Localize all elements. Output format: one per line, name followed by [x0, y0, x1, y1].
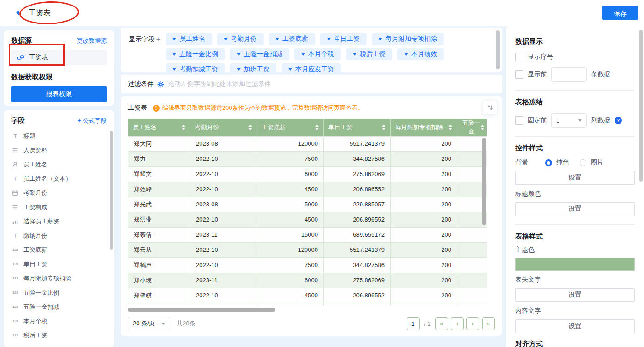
- image-radio[interactable]: [580, 159, 586, 166]
- field-item[interactable]: T员工姓名（文本）: [11, 171, 107, 186]
- column-header[interactable]: 单日工资: [324, 119, 391, 136]
- report-permission-button[interactable]: 报表权限: [11, 86, 107, 102]
- table-row[interactable]: 郑力2022-107500344.827586200: [128, 151, 487, 166]
- page-title: 工资表: [29, 8, 51, 18]
- table-row[interactable]: 郑洪业2022-104500206.896552200: [128, 212, 487, 227]
- add-display-field-icon[interactable]: +: [156, 35, 160, 43]
- column-header[interactable]: 工资底薪: [257, 119, 324, 136]
- title-color-set-button[interactable]: 设置: [515, 202, 635, 216]
- field-item[interactable]: 123每月附加专项扣除: [11, 271, 107, 285]
- table-card: 工资表 ! 编辑界面只取数据源前200条作为查询数据预览，完整数据请访问页面查看…: [121, 96, 502, 336]
- field-item[interactable]: 考勤月份: [11, 186, 107, 200]
- back-icon[interactable]: [15, 9, 20, 18]
- field-item[interactable]: 123税后工资: [11, 328, 107, 342]
- table-row[interactable]: 郑鹤声2022-107500344.827586200: [128, 257, 487, 273]
- change-datasource-link[interactable]: 更改数据源: [77, 37, 107, 45]
- table-row[interactable]: 郑大同2023-081200005517.241379200: [128, 136, 487, 151]
- display-field-chip[interactable]: 本月个税: [294, 48, 341, 60]
- freeze-checkbox[interactable]: [515, 116, 523, 125]
- theme-color-swatch[interactable]: [515, 258, 635, 271]
- field-item[interactable]: 123工资底薪: [11, 243, 107, 257]
- column-header[interactable]: 每月附加专项扣除: [391, 119, 457, 136]
- chart-icon: [11, 218, 19, 225]
- chevron-down-icon: [578, 119, 582, 122]
- display-field-chip[interactable]: 考勤月份: [217, 33, 264, 45]
- cols-suffix-label: 列数据: [591, 116, 610, 125]
- field-item[interactable]: 123五险一金扣减: [11, 300, 107, 314]
- display-field-chip[interactable]: 每月附加专项扣除: [372, 33, 444, 45]
- chevron-down-icon: [237, 68, 241, 71]
- column-sort-icon[interactable]: [382, 125, 385, 130]
- display-field-chip[interactable]: 本月绩效: [397, 48, 444, 60]
- background-set-button[interactable]: 设置: [515, 171, 635, 185]
- table-row[interactable]: 郑光武2023-085000229.885057200: [128, 197, 487, 212]
- display-field-chip[interactable]: 员工姓名: [166, 33, 212, 45]
- field-item[interactable]: 员工姓名: [11, 157, 107, 171]
- table-horizontal-scrollbar[interactable]: [128, 308, 275, 312]
- display-field-chip[interactable]: 五险一金扣减: [230, 48, 289, 60]
- add-formula-field-link[interactable]: + 公式字段: [78, 117, 107, 125]
- table-row[interactable]: 郑效峰2022-104500206.896552200: [128, 182, 487, 197]
- rows-limit-input[interactable]: [551, 67, 587, 82]
- permission-heading: 数据获取权限: [11, 73, 107, 81]
- column-header[interactable]: 员工姓名: [128, 119, 190, 136]
- field-item[interactable]: 123本月个税: [11, 314, 107, 328]
- display-field-chip[interactable]: 考勤扣减工资: [166, 63, 225, 75]
- chevron-down-icon: [301, 53, 305, 56]
- column-sort-icon[interactable]: [448, 125, 452, 130]
- background-label: 背景: [515, 159, 541, 167]
- field-item[interactable]: 选择员工薪资: [11, 214, 107, 228]
- save-button[interactable]: 保存: [602, 6, 638, 20]
- solid-color-radio[interactable]: [545, 159, 552, 166]
- table-row[interactable]: 郑肇骐2022-104500206.896552200: [128, 288, 487, 303]
- datasource-item[interactable]: 工资表: [11, 50, 107, 65]
- page-size-select[interactable]: 20 条/页: [128, 317, 170, 330]
- field-item[interactable]: 工资构成: [11, 200, 107, 214]
- panel-scrollbar[interactable]: [639, 30, 643, 182]
- show-index-checkbox[interactable]: [515, 53, 523, 61]
- page-first-button[interactable]: «: [435, 317, 448, 330]
- field-item[interactable]: 123五险一金比例: [11, 285, 107, 300]
- content-text-set-button[interactable]: 设置: [515, 319, 635, 333]
- column-sort-icon[interactable]: [182, 125, 185, 130]
- column-sort-icon[interactable]: [315, 125, 319, 130]
- column-header[interactable]: 五险一金: [457, 119, 487, 136]
- page-number-input[interactable]: 1: [407, 317, 420, 330]
- field-item[interactable]: T缴纳月份: [11, 228, 107, 243]
- gear-icon[interactable]: [157, 81, 164, 88]
- column-sort-icon[interactable]: [248, 125, 252, 130]
- header-text-set-button[interactable]: 设置: [515, 288, 635, 302]
- page-last-button[interactable]: »: [482, 317, 495, 330]
- display-field-chip[interactable]: 工资底薪: [269, 33, 315, 45]
- chevron-down-icon: [276, 38, 279, 40]
- table-row[interactable]: 郑耀文2022-106000275.862069200: [128, 166, 487, 182]
- display-field-chip[interactable]: 本月应发工资: [282, 63, 341, 75]
- freeze-cols-select[interactable]: 1: [551, 113, 587, 128]
- table-row[interactable]: 郑云从2022-101200005517.241379200: [128, 242, 487, 257]
- sort-order-button[interactable]: [483, 101, 497, 114]
- page-next-button[interactable]: ›: [466, 317, 479, 330]
- person-icon: [11, 161, 19, 168]
- chips-scrollbar[interactable]: [496, 30, 500, 69]
- column-sort-icon[interactable]: [481, 125, 484, 130]
- field-item[interactable]: 123单日工资: [11, 257, 107, 271]
- display-field-chip[interactable]: 加班工资: [230, 63, 276, 75]
- table-vertical-scrollbar[interactable]: [482, 138, 486, 225]
- show-first-checkbox[interactable]: [515, 70, 523, 79]
- table-row-partial: [128, 303, 487, 306]
- filter-label: 过滤条件: [128, 80, 154, 88]
- field-item[interactable]: T标题: [11, 129, 107, 143]
- field-item[interactable]: 人员资料: [11, 143, 107, 157]
- page-prev-button[interactable]: ‹: [451, 317, 464, 330]
- filter-dropzone-placeholder[interactable]: 拖动左侧字段到此处来添加过滤条件: [168, 80, 271, 88]
- content-text-label: 内容文字: [515, 307, 635, 315]
- fields-scrollbar[interactable]: [110, 131, 113, 250]
- help-icon[interactable]: ?: [615, 117, 622, 124]
- display-field-chip[interactable]: 单日工资: [320, 33, 367, 45]
- display-field-chip[interactable]: 五险一金比例: [166, 48, 225, 60]
- display-field-chip[interactable]: 税后工资: [346, 48, 392, 60]
- chevron-down-icon: [161, 323, 165, 325]
- column-header[interactable]: 考勤月份: [190, 119, 257, 136]
- table-row[interactable]: 郑小瑛2023-116000275.862069200: [128, 273, 487, 288]
- table-row[interactable]: 郑慕倩2023-1115000689.655172200: [128, 227, 487, 242]
